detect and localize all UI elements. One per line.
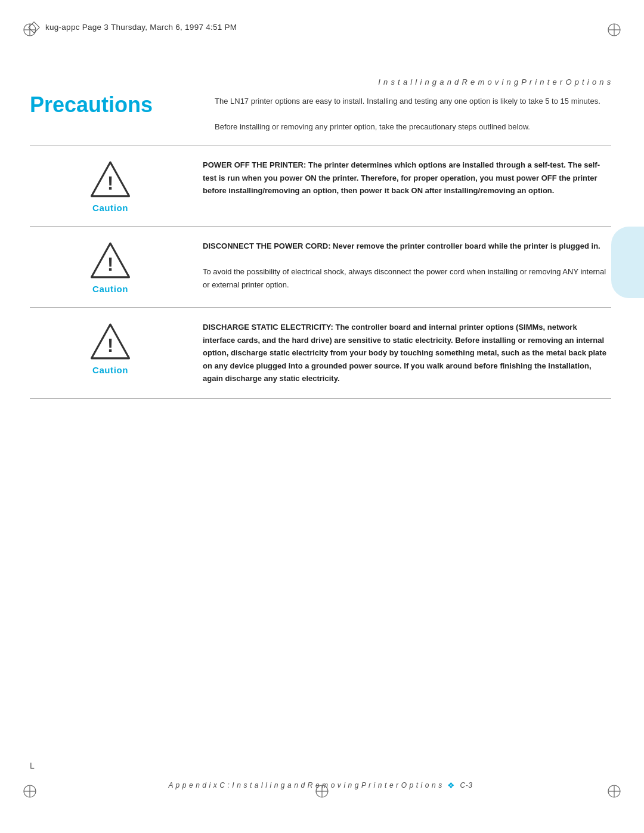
- caution-1-label: Caution: [92, 203, 128, 213]
- page-title: Precautions: [30, 92, 203, 117]
- caution-1-text: POWER OFF THE PRINTER: The printer deter…: [203, 159, 611, 197]
- caution-3-label: Caution: [92, 365, 128, 375]
- caution-3-icon-col: ! Caution: [30, 321, 203, 375]
- svg-text:!: !: [107, 254, 113, 274]
- caution-2-bold: DISCONNECT THE POWER CORD: Never remove …: [203, 241, 600, 250]
- caution-1-content: POWER OFF THE PRINTER: The printer deter…: [203, 160, 600, 195]
- title-row: Precautions The LN17 printer options are…: [30, 92, 611, 133]
- page-footer: A p p e n d i x C : I n s t a l l i n g …: [30, 781, 611, 790]
- intro-para1: The LN17 printer options are easy to ins…: [215, 95, 600, 107]
- svg-text:!: !: [107, 335, 113, 355]
- header-diamond-icon: [28, 21, 40, 33]
- caution-3-text: DISCHARGE STATIC ELECTRICITY: The contro…: [203, 321, 611, 385]
- caution-block-1: ! Caution POWER OFF THE PRINTER: The pri…: [30, 145, 611, 226]
- svg-text:!: !: [107, 173, 113, 193]
- intro-para2: Before installing or removing any printe…: [215, 120, 600, 133]
- bottom-l-mark: L: [30, 761, 35, 770]
- footer-diamond: ❖: [447, 781, 456, 790]
- caution-2-label: Caution: [92, 284, 128, 294]
- title-description: The LN17 printer options are easy to ins…: [215, 92, 600, 133]
- page: kug-appc Page 3 Thursday, March 6, 1997 …: [0, 0, 644, 833]
- header-text: kug-appc Page 3 Thursday, March 6, 1997 …: [45, 23, 237, 32]
- caution-1-icon-col: ! Caution: [30, 159, 203, 213]
- caution-block-2: ! Caution DISCONNECT THE POWER CORD: Nev…: [30, 226, 611, 307]
- warning-triangle-icon-1: !: [89, 159, 132, 199]
- caution-2-text: DISCONNECT THE POWER CORD: Never remove …: [203, 240, 611, 291]
- main-content: Precautions The LN17 printer options are…: [30, 92, 611, 399]
- caution-sections: ! Caution POWER OFF THE PRINTER: The pri…: [30, 145, 611, 398]
- caution-2-normal: To avoid the possibility of electrical s…: [203, 267, 606, 289]
- side-tab: [611, 227, 644, 298]
- caution-3-content: DISCHARGE STATIC ELECTRICITY: The contro…: [203, 323, 606, 383]
- bottom-divider: [30, 398, 611, 399]
- footer-right: C-3: [460, 781, 472, 789]
- page-header: kug-appc Page 3 Thursday, March 6, 1997 …: [30, 23, 614, 32]
- caution-block-3: ! Caution DISCHARGE STATIC ELECTRICITY: …: [30, 307, 611, 398]
- caution-2-icon-col: ! Caution: [30, 240, 203, 294]
- warning-triangle-icon-2: !: [89, 240, 132, 280]
- footer-left: A p p e n d i x C : I n s t a l l i n g …: [168, 781, 442, 789]
- section-subtitle: I n s t a l l i n g a n d R e m o v i n …: [378, 78, 611, 86]
- warning-triangle-icon-3: !: [89, 321, 132, 361]
